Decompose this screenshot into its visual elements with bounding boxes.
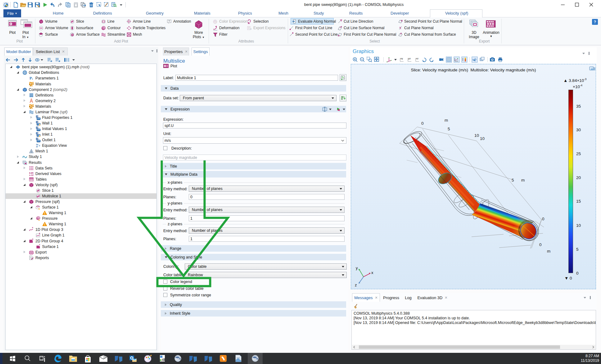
- svg-text:8.85: 8.85: [29, 172, 34, 174]
- svg-text:yz: yz: [408, 57, 411, 60]
- svg-text:*: *: [32, 227, 33, 230]
- svg-text:-f: -f: [38, 145, 40, 147]
- svg-text:i: i: [32, 78, 33, 80]
- svg-text:P: P: [29, 76, 32, 80]
- svg-text:D: D: [36, 132, 38, 134]
- svg-text:xz: xz: [416, 57, 418, 60]
- svg-text:D: D: [36, 138, 38, 140]
- svg-text:xy: xy: [400, 57, 403, 60]
- svg-text:D: D: [36, 115, 38, 118]
- svg-text:D: D: [36, 121, 38, 123]
- svg-text:∂u: ∂u: [36, 143, 38, 146]
- svg-text:∂t: ∂t: [36, 146, 38, 148]
- svg-text:e-12: e-12: [29, 174, 34, 176]
- svg-text:*: *: [32, 239, 34, 241]
- svg-text:*: *: [39, 233, 40, 236]
- svg-text:*: *: [39, 244, 40, 247]
- svg-text:D: D: [36, 127, 38, 129]
- svg-text:4D: 4D: [162, 357, 167, 362]
